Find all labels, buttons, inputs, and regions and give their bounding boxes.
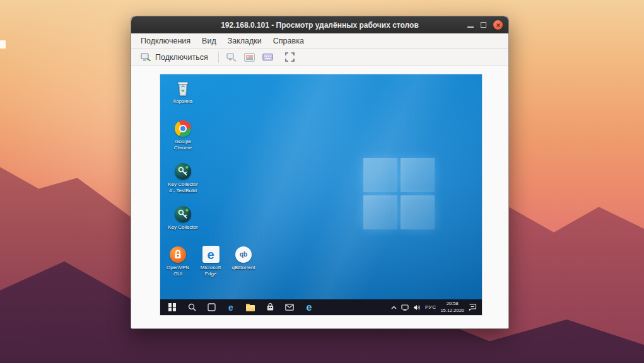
tray-chevron-icon[interactable]	[391, 306, 397, 309]
connect-icon	[141, 53, 151, 62]
connect-button[interactable]: Подключиться	[136, 51, 213, 64]
minimize-button[interactable]	[467, 22, 474, 28]
windows-wallpaper: Корзина Google Chrome	[160, 74, 482, 299]
remote-desktop-view[interactable]: Корзина Google Chrome	[160, 74, 482, 315]
mail-icon[interactable]	[284, 302, 295, 313]
fullscreen-icon[interactable]	[283, 50, 297, 64]
volume-icon[interactable]	[413, 304, 421, 311]
file-explorer-icon[interactable]	[245, 302, 255, 313]
key-collector-icon	[175, 163, 192, 180]
remote-viewer-window: 192.168.0.101 - Просмотр удалённых рабоч…	[131, 16, 509, 329]
screenshot-root: 192.168.0.101 - Просмотр удалённых рабоч…	[0, 0, 644, 363]
menu-bar: Подключения Вид Закладки Справка	[131, 33, 508, 49]
close-icon	[496, 23, 501, 28]
taskbar-icons: e	[163, 302, 314, 313]
action-center-icon[interactable]	[469, 304, 476, 311]
desktop-icon-openvpn[interactable]: OpenVPN GUI	[161, 246, 194, 277]
desktop-icon-recycle-bin[interactable]: Корзина	[167, 79, 199, 105]
chrome-icon	[175, 120, 192, 137]
window-titlebar[interactable]: 192.168.0.101 - Просмотр удалённых рабоч…	[131, 16, 508, 33]
close-button[interactable]	[493, 20, 503, 30]
start-icon[interactable]	[167, 302, 177, 313]
windows-logo	[363, 158, 435, 229]
search-icon[interactable]	[187, 302, 197, 313]
desktop-icon-label: OpenVPN GUI	[161, 265, 194, 277]
maximize-button[interactable]	[481, 22, 486, 28]
menu-help[interactable]: Справка	[267, 35, 310, 47]
toolbar: Подключиться	[131, 49, 508, 66]
host-desktop-icon-partial[interactable]	[0, 40, 6, 49]
connect-label: Подключиться	[155, 53, 208, 62]
desktop-icon-label: qBittorrent	[232, 265, 255, 271]
desktop-icon-key-collector[interactable]: Key Collector	[167, 205, 199, 231]
desktop-icon-chrome[interactable]: Google Chrome	[167, 120, 199, 151]
store-icon[interactable]	[265, 302, 275, 313]
qbittorrent-icon: qb	[235, 246, 252, 263]
network-icon[interactable]	[401, 304, 409, 311]
desktop-icon-edge[interactable]: e Microsoft Edge	[194, 246, 227, 277]
desktop-icon-label: Key Collector	[168, 224, 198, 231]
desktop-icon-label: Google Chrome	[167, 139, 199, 151]
keyboard-icon[interactable]	[261, 50, 275, 64]
key-collector-icon	[175, 205, 192, 222]
edge-icon: e	[202, 246, 220, 263]
desktop-icon-key-collector-testbuild[interactable]: Key Collector 4 - TestBuild	[167, 163, 199, 194]
system-tray: РУС 20:58 15.12.2020	[391, 301, 479, 313]
toolbar-separator	[218, 52, 219, 63]
recycle-bin-icon	[175, 79, 192, 96]
desktop-icon-qbittorrent[interactable]: qb qBittorrent	[227, 246, 260, 271]
window-content: Корзина Google Chrome	[131, 66, 508, 328]
taskbar-clock[interactable]: 20:58 15.12.2020	[440, 301, 464, 313]
desktop-icon-label: Key Collector 4 - TestBuild	[167, 182, 199, 194]
internet-explorer-icon[interactable]: e	[304, 302, 314, 313]
language-indicator[interactable]: РУС	[425, 304, 436, 310]
window-title: 192.168.0.101 - Просмотр удалённых рабоч…	[131, 21, 508, 30]
desktop-icon-label: Microsoft Edge	[194, 265, 227, 277]
menu-connections[interactable]: Подключения	[135, 35, 196, 47]
disconnect-icon[interactable]	[225, 50, 238, 64]
menu-view[interactable]: Вид	[196, 35, 222, 47]
menu-bookmarks[interactable]: Закладки	[222, 35, 267, 47]
clock-date: 15.12.2020	[440, 308, 464, 314]
task-view-icon[interactable]	[206, 302, 216, 313]
windows-taskbar: e	[160, 299, 482, 315]
screenshot-icon[interactable]	[243, 50, 257, 64]
window-controls	[467, 16, 503, 33]
clock-time: 20:58	[447, 301, 459, 307]
openvpn-icon	[170, 246, 187, 263]
edge-taskbar-icon[interactable]: e	[226, 302, 236, 313]
desktop-icon-label: Корзина	[173, 98, 192, 105]
